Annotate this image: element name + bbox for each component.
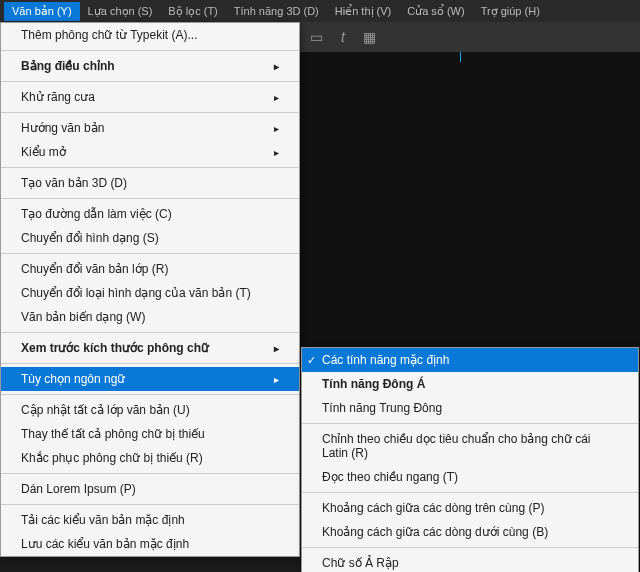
language-options-submenu: ✓Các tính năng mặc địnhTính năng Đông ÁT… xyxy=(301,347,639,572)
menu-item-label: Khử răng cưa xyxy=(21,90,95,104)
submenu-item-label: Chữ số Ả Rập xyxy=(322,556,399,570)
submenu-item-label: Khoảng cách giữa các dòng dưới cùng (B) xyxy=(322,525,548,539)
submenu-item-5[interactable]: Đọc theo chiều ngang (T) xyxy=(302,465,638,489)
menu-item-28[interactable]: Tải các kiểu văn bản mặc định xyxy=(1,508,299,532)
menu-separator xyxy=(1,504,299,505)
menu-separator xyxy=(1,50,299,51)
submenu-item-label: Tính năng Trung Đông xyxy=(322,401,442,415)
submenu-item-7[interactable]: Khoảng cách giữa các dòng trên cùng (P) xyxy=(302,496,638,520)
menubar-item-1[interactable]: Lựa chọn (S) xyxy=(80,2,161,21)
menu-item-9[interactable]: Tạo văn bản 3D (D) xyxy=(1,171,299,195)
menu-item-14[interactable]: Chuyển đổi văn bản lớp (R) xyxy=(1,257,299,281)
menu-item-label: Chuyển đổi văn bản lớp (R) xyxy=(21,262,168,276)
menu-separator xyxy=(302,423,638,424)
chevron-right-icon: ▸ xyxy=(274,147,279,158)
menu-item-7[interactable]: Kiểu mở▸ xyxy=(1,140,299,164)
menu-item-15[interactable]: Chuyển đổi loại hình dạng của văn bản (T… xyxy=(1,281,299,305)
menu-item-label: Khắc phục phông chữ bị thiếu (R) xyxy=(21,451,203,465)
menubar-item-3[interactable]: Tính năng 3D (D) xyxy=(226,2,327,20)
menu-item-label: Tạo văn bản 3D (D) xyxy=(21,176,127,190)
menu-separator xyxy=(1,473,299,474)
submenu-item-4[interactable]: Chỉnh theo chiều dọc tiêu chuẩn cho bảng… xyxy=(302,427,638,465)
chevron-right-icon: ▸ xyxy=(274,92,279,103)
menu-item-label: Chuyển đổi loại hình dạng của văn bản (T… xyxy=(21,286,251,300)
submenu-item-0[interactable]: ✓Các tính năng mặc định xyxy=(302,348,638,372)
menu-item-24[interactable]: Khắc phục phông chữ bị thiếu (R) xyxy=(1,446,299,470)
menu-item-label: Chuyển đổi hình dạng (S) xyxy=(21,231,159,245)
menu-item-label: Tải các kiểu văn bản mặc định xyxy=(21,513,185,527)
menu-item-label: Kiểu mở xyxy=(21,145,66,159)
menu-item-4[interactable]: Khử răng cưa▸ xyxy=(1,85,299,109)
chevron-right-icon: ▸ xyxy=(274,123,279,134)
chevron-right-icon: ▸ xyxy=(274,374,279,385)
menu-item-label: Xem trước kích thước phông chữ xyxy=(21,341,209,355)
submenu-item-10[interactable]: Chữ số Ả Rập xyxy=(302,551,638,572)
toolbar: ▭ t ▦ xyxy=(300,22,640,52)
chevron-right-icon: ▸ xyxy=(274,343,279,354)
menu-item-2[interactable]: Bảng điều chỉnh▸ xyxy=(1,54,299,78)
menubar-item-5[interactable]: Cửa sổ (W) xyxy=(399,2,472,21)
submenu-item-2[interactable]: Tính năng Trung Đông xyxy=(302,396,638,420)
menu-item-20[interactable]: Tùy chọn ngôn ngữ▸ xyxy=(1,367,299,391)
menu-item-6[interactable]: Hướng văn bản▸ xyxy=(1,116,299,140)
menu-separator xyxy=(302,492,638,493)
menu-item-label: Dán Lorem Ipsum (P) xyxy=(21,482,136,496)
menu-separator xyxy=(302,547,638,548)
menu-item-11[interactable]: Tạo đường dẫn làm việc (C) xyxy=(1,202,299,226)
menu-item-label: Hướng văn bản xyxy=(21,121,104,135)
menu-separator xyxy=(1,81,299,82)
menu-item-26[interactable]: Dán Lorem Ipsum (P) xyxy=(1,477,299,501)
submenu-item-8[interactable]: Khoảng cách giữa các dòng dưới cùng (B) xyxy=(302,520,638,544)
menu-item-label: Văn bản biến dạng (W) xyxy=(21,310,145,324)
submenu-item-label: Tính năng Đông Á xyxy=(322,377,425,391)
submenu-item-label: Đọc theo chiều ngang (T) xyxy=(322,470,458,484)
guide-line xyxy=(460,52,461,62)
menu-separator xyxy=(1,332,299,333)
menu-item-label: Lưu các kiểu văn bản mặc định xyxy=(21,537,189,551)
menu-item-label: Bảng điều chỉnh xyxy=(21,59,115,73)
menu-item-12[interactable]: Chuyển đổi hình dạng (S) xyxy=(1,226,299,250)
menubar-item-0[interactable]: Văn bản (Y) xyxy=(4,2,80,21)
menu-item-23[interactable]: Thay thế tất cả phông chữ bị thiếu xyxy=(1,422,299,446)
menu-item-0[interactable]: Thêm phông chữ từ Typekit (A)... xyxy=(1,23,299,47)
menu-item-29[interactable]: Lưu các kiểu văn bản mặc định xyxy=(1,532,299,556)
menu-item-16[interactable]: Văn bản biến dạng (W) xyxy=(1,305,299,329)
menu-separator xyxy=(1,253,299,254)
menu-item-label: Tạo đường dẫn làm việc (C) xyxy=(21,207,172,221)
menu-item-22[interactable]: Cập nhật tất cả lớp văn bản (U) xyxy=(1,398,299,422)
folder-icon[interactable]: ▦ xyxy=(363,29,376,45)
menu-item-label: Thay thế tất cả phông chữ bị thiếu xyxy=(21,427,205,441)
menu-separator xyxy=(1,363,299,364)
text-icon[interactable]: t xyxy=(341,29,345,45)
menubar: Văn bản (Y)Lựa chọn (S)Bộ lọc (T)Tính nă… xyxy=(0,0,640,22)
chevron-right-icon: ▸ xyxy=(274,61,279,72)
menu-item-label: Thêm phông chữ từ Typekit (A)... xyxy=(21,28,198,42)
menu-item-18[interactable]: Xem trước kích thước phông chữ▸ xyxy=(1,336,299,360)
check-icon: ✓ xyxy=(307,354,316,367)
menu-separator xyxy=(1,198,299,199)
document-icon[interactable]: ▭ xyxy=(310,29,323,45)
menu-separator xyxy=(1,112,299,113)
submenu-item-label: Các tính năng mặc định xyxy=(322,353,449,367)
menu-separator xyxy=(1,167,299,168)
submenu-item-label: Khoảng cách giữa các dòng trên cùng (P) xyxy=(322,501,544,515)
menu-item-label: Cập nhật tất cả lớp văn bản (U) xyxy=(21,403,190,417)
menu-item-label: Tùy chọn ngôn ngữ xyxy=(21,372,125,386)
menubar-item-2[interactable]: Bộ lọc (T) xyxy=(160,2,225,21)
menubar-item-6[interactable]: Trợ giúp (H) xyxy=(473,2,548,21)
menu-separator xyxy=(1,394,299,395)
submenu-item-label: Chỉnh theo chiều dọc tiêu chuẩn cho bảng… xyxy=(322,432,618,460)
menubar-item-4[interactable]: Hiển thị (V) xyxy=(327,2,399,21)
text-menu-dropdown: Thêm phông chữ từ Typekit (A)...Bảng điề… xyxy=(0,22,300,557)
submenu-item-1[interactable]: Tính năng Đông Á xyxy=(302,372,638,396)
